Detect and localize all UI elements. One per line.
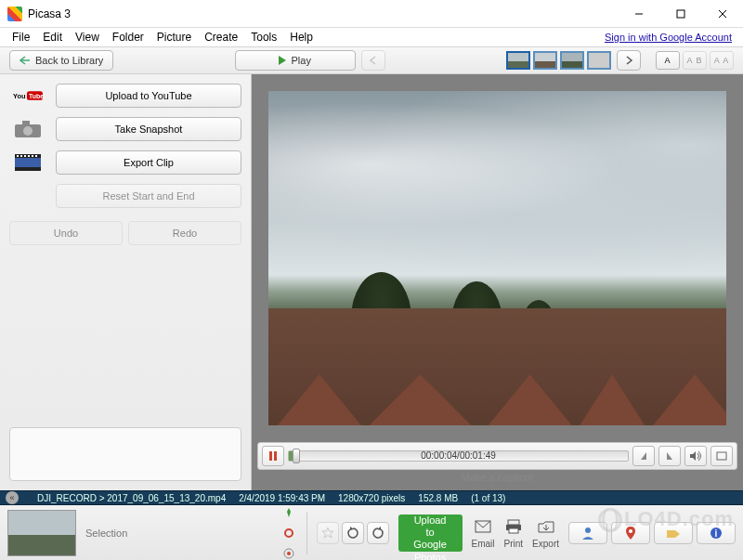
- rotate-cw-button[interactable]: [367, 522, 389, 544]
- people-button[interactable]: [568, 522, 607, 544]
- seek-handle[interactable]: [293, 449, 300, 463]
- menu-help[interactable]: Help: [283, 29, 319, 46]
- tag-icon: [666, 527, 681, 540]
- viewer: 00:00:04/00:01:49 Make a caption!: [252, 74, 743, 490]
- seek-track[interactable]: 00:00:04/00:01:49: [288, 450, 629, 462]
- svg-point-20: [285, 529, 293, 537]
- menu-file[interactable]: File: [6, 29, 36, 46]
- svg-rect-24: [508, 520, 519, 525]
- rotate-ccw-button[interactable]: [342, 522, 364, 544]
- player-controls: 00:00:04/00:01:49: [257, 442, 737, 470]
- nav-thumb[interactable]: [533, 51, 557, 70]
- email-icon: [475, 518, 491, 535]
- titlebar: Picasa 3: [0, 0, 743, 28]
- add-button[interactable]: [280, 545, 297, 560]
- svg-point-27: [585, 527, 591, 533]
- play-label: Play: [291, 55, 310, 66]
- svg-rect-18: [35, 155, 37, 157]
- upload-google-photos-button[interactable]: Upload to Google Photos: [398, 514, 463, 552]
- arrow-right-icon: [624, 56, 633, 65]
- file-index: (1 of 13): [471, 493, 505, 503]
- export-clip-button[interactable]: Export Clip: [56, 150, 241, 175]
- signin-link[interactable]: Sign in with Google Account: [605, 32, 737, 43]
- svg-point-28: [629, 529, 632, 533]
- app-icon: [7, 7, 22, 21]
- email-button[interactable]: Email: [472, 518, 495, 549]
- hold-button[interactable]: [280, 504, 297, 521]
- back-to-library-button[interactable]: Back to Library: [9, 50, 113, 71]
- redo-button[interactable]: Redo: [128, 221, 241, 245]
- menu-folder[interactable]: Folder: [106, 29, 150, 46]
- upload-youtube-button[interactable]: Upload to YouTube: [56, 84, 241, 108]
- menu-tools[interactable]: Tools: [244, 29, 283, 46]
- arrow-left-icon: [369, 56, 378, 65]
- svg-rect-17: [32, 155, 33, 157]
- next-button[interactable]: [617, 50, 641, 71]
- svg-rect-14: [20, 155, 22, 157]
- selection-thumbnail[interactable]: [7, 510, 76, 556]
- arrow-left-icon: [20, 56, 31, 65]
- tags-button[interactable]: [654, 522, 693, 544]
- file-dimensions: 1280x720 pixels: [338, 493, 405, 503]
- nav-thumb[interactable]: [587, 51, 611, 70]
- nav-thumb[interactable]: [560, 51, 584, 70]
- take-snapshot-button[interactable]: Take Snapshot: [56, 117, 241, 141]
- clear-button[interactable]: [280, 525, 297, 541]
- svg-text:i: i: [715, 528, 718, 539]
- bottom-tray: Selection Upload to Google Photos Email …: [0, 505, 743, 560]
- svg-text:You: You: [13, 92, 26, 100]
- svg-point-22: [287, 552, 291, 555]
- time-display: 00:00:04/00:01:49: [421, 450, 496, 461]
- info-button[interactable]: i: [697, 522, 736, 544]
- toolbar: Back to Library Play A A B A A: [0, 46, 743, 74]
- star-button[interactable]: [317, 522, 339, 544]
- video-canvas[interactable]: [268, 91, 726, 425]
- text-size-large[interactable]: A A: [710, 51, 734, 70]
- svg-text:Tube: Tube: [29, 93, 43, 99]
- menu-create[interactable]: Create: [198, 29, 244, 46]
- text-size-med[interactable]: A B: [683, 51, 707, 70]
- places-button[interactable]: [611, 522, 650, 544]
- caption-input[interactable]: Make a caption!: [257, 472, 737, 488]
- thumbnail-nav: [506, 51, 611, 70]
- pin-icon: [624, 526, 637, 540]
- svg-rect-26: [509, 528, 518, 533]
- speaker-icon: [689, 450, 702, 462]
- close-button[interactable]: [701, 0, 743, 28]
- person-icon: [580, 526, 595, 540]
- print-button[interactable]: Print: [504, 518, 524, 549]
- menu-edit[interactable]: Edit: [36, 29, 69, 46]
- export-button[interactable]: Export: [532, 518, 559, 549]
- maximize-button[interactable]: [659, 0, 701, 28]
- menu-picture[interactable]: Picture: [150, 29, 198, 46]
- pause-button[interactable]: [262, 446, 284, 466]
- mark-out-button[interactable]: [658, 446, 681, 466]
- mark-in-button[interactable]: [632, 446, 655, 466]
- undo-button[interactable]: Undo: [9, 221, 123, 245]
- tags-box[interactable]: [9, 427, 241, 481]
- reset-start-end-button[interactable]: Reset Start and End: [56, 184, 241, 208]
- info-strip: « DJI_RECORD > 2017_09_06_15_13_20.mp4 2…: [0, 490, 743, 505]
- volume-button[interactable]: [684, 446, 707, 466]
- camera-icon: [9, 119, 46, 139]
- target-icon: [283, 548, 294, 559]
- svg-rect-1: [677, 10, 684, 18]
- menu-view[interactable]: View: [69, 29, 106, 46]
- rotate-cw-icon: [372, 527, 385, 540]
- play-button[interactable]: Play: [235, 50, 356, 71]
- collapse-sidebar-button[interactable]: «: [6, 491, 19, 504]
- window-title: Picasa 3: [28, 7, 71, 20]
- file-size: 152.8 MB: [418, 493, 458, 503]
- rotate-ccw-icon: [346, 527, 359, 540]
- export-icon: [538, 518, 554, 535]
- minimize-button[interactable]: [618, 0, 659, 28]
- prev-button[interactable]: [361, 50, 385, 71]
- selection-label: Selection: [85, 527, 127, 539]
- svg-rect-15: [24, 155, 26, 157]
- print-icon: [505, 518, 522, 535]
- nav-thumb[interactable]: [506, 51, 530, 70]
- star-icon: [321, 527, 334, 540]
- fullscreen-button[interactable]: [710, 446, 733, 466]
- text-size-small[interactable]: A: [656, 51, 680, 70]
- pin-icon: [283, 507, 294, 518]
